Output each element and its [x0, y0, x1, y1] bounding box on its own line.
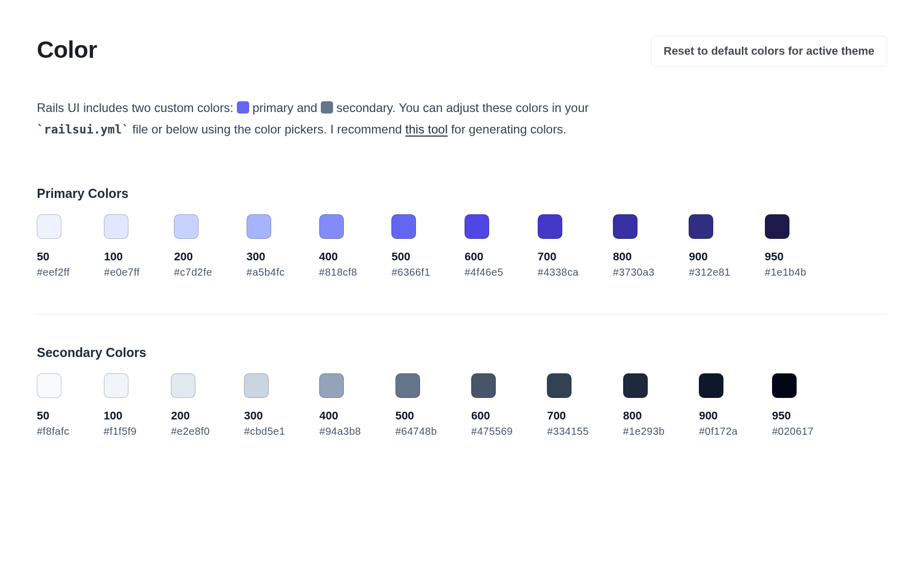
primary-swatch-50[interactable]	[37, 214, 61, 239]
swatch-shade-label: 100	[104, 409, 123, 422]
swatch-hex-label: #1e293b	[623, 426, 665, 437]
swatch-hex-label: #eef2ff	[37, 266, 70, 278]
primary-swatch-200[interactable]	[174, 214, 199, 239]
color-swatch-cell: 900#0f172a	[699, 373, 738, 437]
swatch-hex-label: #94a3b8	[319, 426, 361, 437]
swatch-shade-label: 300	[247, 250, 266, 263]
secondary-swatch-800[interactable]	[623, 373, 648, 398]
primary-inline-swatch	[237, 101, 249, 114]
primary-swatch-600[interactable]	[465, 214, 489, 239]
secondary-swatch-300[interactable]	[244, 373, 269, 398]
swatch-shade-label: 800	[623, 409, 642, 422]
swatch-hex-label: #6366f1	[391, 266, 430, 278]
section-divider	[37, 314, 887, 315]
swatch-hex-label: #334155	[547, 426, 588, 437]
primary-swatch-800[interactable]	[613, 214, 637, 239]
swatch-shade-label: 800	[613, 250, 632, 263]
swatch-hex-label: #020617	[772, 426, 813, 437]
color-swatch-cell: 800#3730a3	[613, 214, 654, 278]
secondary-swatch-400[interactable]	[319, 373, 344, 398]
swatch-shade-label: 500	[395, 409, 414, 422]
primary-swatch-950[interactable]	[765, 214, 789, 239]
swatch-shade-label: 200	[174, 250, 193, 263]
swatch-shade-label: 200	[171, 409, 190, 422]
swatch-shade-label: 50	[37, 250, 49, 263]
primary-swatch-500[interactable]	[391, 214, 416, 239]
swatch-shade-label: 700	[547, 409, 566, 422]
color-swatch-cell: 700#4338ca	[538, 214, 579, 278]
color-swatch-cell: 600#4f46e5	[465, 214, 503, 278]
color-swatch-cell: 400#818cf8	[319, 214, 358, 278]
swatch-hex-label: #475569	[471, 426, 513, 437]
color-swatch-cell: 400#94a3b8	[319, 373, 361, 437]
color-swatch-cell: 200#e2e8f0	[171, 373, 210, 437]
desc-text: file or below using the color pickers. I…	[133, 122, 406, 136]
reset-colors-button[interactable]: Reset to default colors for active theme	[651, 36, 887, 66]
color-swatch-cell: 800#1e293b	[623, 373, 665, 437]
page-title: Color	[37, 36, 97, 63]
secondary-colors-section: Secondary Colors 50#f8fafc100#f1f5f9200#…	[37, 345, 887, 437]
swatch-hex-label: #e0e7ff	[104, 266, 140, 278]
swatch-shade-label: 700	[538, 250, 557, 263]
config-file-name: `railsui.yml`	[37, 123, 129, 136]
color-swatch-cell: 700#334155	[547, 373, 588, 437]
swatch-shade-label: 950	[772, 409, 791, 422]
primary-colors-heading: Primary Colors	[37, 186, 887, 201]
swatch-hex-label: #4338ca	[538, 266, 579, 278]
color-swatch-cell: 950#1e1b4b	[765, 214, 806, 278]
secondary-swatch-500[interactable]	[395, 373, 420, 398]
color-swatch-cell: 500#6366f1	[391, 214, 430, 278]
primary-swatch-400[interactable]	[319, 214, 344, 239]
secondary-swatch-200[interactable]	[171, 373, 195, 398]
desc-text: primary and	[252, 101, 320, 115]
swatch-hex-label: #3730a3	[613, 266, 654, 278]
color-swatch-cell: 200#c7d2fe	[174, 214, 212, 278]
color-swatch-cell: 100#e0e7ff	[104, 214, 140, 278]
secondary-palette-row: 50#f8fafc100#f1f5f9200#e2e8f0300#cbd5e14…	[37, 373, 887, 437]
header-row: Color Reset to default colors for active…	[37, 36, 887, 66]
swatch-hex-label: #0f172a	[699, 426, 738, 437]
swatch-hex-label: #64748b	[395, 426, 437, 437]
swatch-shade-label: 950	[765, 250, 784, 263]
primary-swatch-300[interactable]	[247, 214, 271, 239]
primary-swatch-900[interactable]	[689, 214, 713, 239]
secondary-colors-heading: Secondary Colors	[37, 345, 887, 360]
swatch-shade-label: 400	[319, 250, 338, 263]
color-swatch-cell: 50#eef2ff	[37, 214, 70, 278]
secondary-swatch-600[interactable]	[471, 373, 496, 398]
secondary-swatch-900[interactable]	[699, 373, 723, 398]
primary-swatch-700[interactable]	[538, 214, 562, 239]
secondary-swatch-50[interactable]	[37, 373, 61, 398]
swatch-shade-label: 300	[244, 409, 263, 422]
swatch-shade-label: 400	[319, 409, 338, 422]
secondary-swatch-950[interactable]	[772, 373, 797, 398]
swatch-shade-label: 900	[689, 250, 708, 263]
color-swatch-cell: 900#312e81	[689, 214, 730, 278]
swatch-shade-label: 600	[471, 409, 490, 422]
color-tool-link[interactable]: this tool	[405, 122, 448, 136]
color-swatch-cell: 300#cbd5e1	[244, 373, 285, 437]
swatch-shade-label: 600	[465, 250, 483, 263]
secondary-swatch-700[interactable]	[547, 373, 571, 398]
swatch-shade-label: 100	[104, 250, 123, 263]
color-swatch-cell: 600#475569	[471, 373, 513, 437]
description-paragraph: Rails UI includes two custom colors: pri…	[37, 97, 681, 140]
swatch-hex-label: #c7d2fe	[174, 266, 212, 278]
desc-text: secondary. You can adjust these colors i…	[337, 101, 589, 115]
swatch-hex-label: #4f46e5	[465, 266, 503, 278]
secondary-swatch-100[interactable]	[104, 373, 128, 398]
swatch-hex-label: #e2e8f0	[171, 426, 210, 437]
swatch-hex-label: #818cf8	[319, 266, 358, 278]
primary-swatch-100[interactable]	[104, 214, 128, 239]
swatch-shade-label: 50	[37, 409, 49, 422]
swatch-hex-label: #f8fafc	[37, 426, 70, 437]
swatch-hex-label: #cbd5e1	[244, 426, 285, 437]
color-swatch-cell: 500#64748b	[395, 373, 437, 437]
color-swatch-cell: 100#f1f5f9	[104, 373, 137, 437]
swatch-shade-label: 900	[699, 409, 718, 422]
swatch-hex-label: #a5b4fc	[247, 266, 285, 278]
secondary-inline-swatch	[321, 101, 333, 114]
swatch-hex-label: #f1f5f9	[104, 426, 137, 437]
swatch-hex-label: #1e1b4b	[765, 266, 806, 278]
swatch-shade-label: 500	[391, 250, 410, 263]
